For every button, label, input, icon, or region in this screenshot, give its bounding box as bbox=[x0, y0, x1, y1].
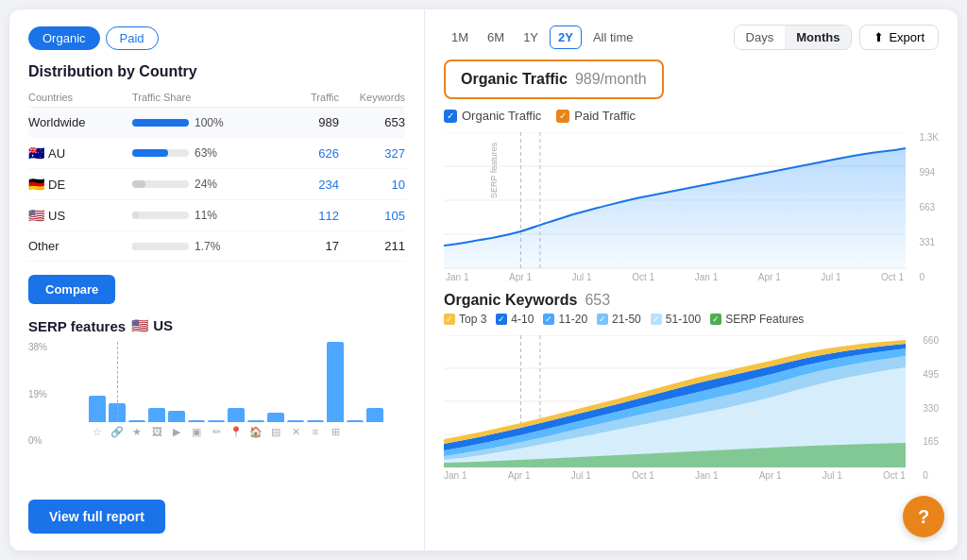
distribution-title: Distribution by Country bbox=[28, 63, 405, 80]
tab-1m[interactable]: 1M bbox=[444, 26, 476, 48]
tab-alltime[interactable]: All time bbox=[585, 26, 641, 48]
serp-bar bbox=[247, 420, 264, 422]
table-row: Other 1.7% 17 211 bbox=[28, 231, 405, 262]
organic-traffic-chart-wrap: 1.3K 994 663 331 0 bbox=[444, 132, 939, 282]
legend-51-100: ✓ 51-100 bbox=[651, 313, 701, 326]
table-row: 🇺🇸US 11% 112 105 bbox=[28, 200, 405, 231]
country-name: Other bbox=[28, 239, 132, 253]
organic-keywords-section: Organic Keywords 653 ✓ Top 3 ✓ 4-10 ✓ 11… bbox=[444, 292, 939, 326]
serp-features-section: SERP features 🇺🇸 US 38% 19% 0% bbox=[28, 317, 405, 446]
serp-bar bbox=[228, 408, 245, 422]
days-button[interactable]: Days bbox=[735, 25, 786, 49]
help-button[interactable]: ? bbox=[903, 496, 944, 537]
legend-serp-features: ✓ SERP Features bbox=[710, 313, 804, 326]
organic-check: ✓ bbox=[444, 110, 457, 123]
compare-btn-wrap: Compare bbox=[28, 275, 405, 304]
country-name: Worldwide bbox=[28, 115, 132, 129]
table-row: Worldwide 100% 989 653 bbox=[28, 108, 405, 138]
serp-title: SERP features 🇺🇸 US bbox=[28, 317, 405, 334]
serp-bar bbox=[327, 342, 344, 422]
traffic-bar: 1.7% bbox=[132, 240, 273, 253]
traffic-bar: 63% bbox=[132, 146, 273, 160]
organic-toggle-btn[interactable]: Organic bbox=[28, 26, 100, 50]
tab-1y[interactable]: 1Y bbox=[516, 26, 546, 48]
country-name: 🇩🇪DE bbox=[28, 177, 132, 192]
serp-bar bbox=[208, 420, 225, 422]
organic-traffic-svg: SERP features bbox=[444, 132, 906, 269]
organic-keywords-legend: ✓ Top 3 ✓ 4-10 ✓ 11-20 ✓ 21-50 ✓ 51-10 bbox=[444, 313, 939, 326]
serp-bars bbox=[89, 342, 405, 422]
traffic-bar: 100% bbox=[132, 116, 273, 129]
organic-keywords-header: Organic Keywords 653 bbox=[444, 292, 939, 309]
tab-2y[interactable]: 2Y bbox=[550, 25, 582, 49]
tab-6m[interactable]: 6M bbox=[480, 26, 512, 48]
day-month-toggle: Days Months bbox=[734, 25, 853, 50]
left-panel: Organic Paid Distribution by Country Cou… bbox=[9, 9, 425, 551]
country-name: 🇦🇺AU bbox=[28, 145, 132, 161]
serp-bar bbox=[267, 413, 284, 422]
traffic-bar: 11% bbox=[132, 209, 273, 222]
kw-chart-wrap: 660 495 330 165 0 bbox=[444, 335, 939, 481]
legend-top3: ✓ Top 3 bbox=[444, 313, 486, 326]
legend-organic: ✓ Organic Traffic bbox=[444, 109, 541, 123]
right-controls: Days Months ⬆ Export bbox=[734, 25, 939, 50]
serp-bar bbox=[188, 420, 205, 422]
time-tabs: 1M 6M 1Y 2Y All time bbox=[444, 25, 641, 49]
svg-text:SERP features: SERP features bbox=[489, 142, 499, 198]
organic-traffic-chart: SERP features Jan 1 Apr 1 Jul 1 Oct 1 Ja… bbox=[444, 132, 906, 282]
chart-x-labels: Jan 1 Apr 1 Jul 1 Oct 1 Jan 1 Apr 1 Jul … bbox=[444, 272, 906, 282]
time-controls: 1M 6M 1Y 2Y All time Days Months ⬆ Expor… bbox=[444, 25, 939, 50]
country-name: 🇺🇸US bbox=[28, 208, 132, 223]
organic-traffic-value: 989/month bbox=[575, 71, 647, 88]
serp-bar bbox=[287, 420, 304, 422]
paid-check: ✓ bbox=[556, 110, 569, 123]
table-row: 🇩🇪DE 24% 234 10 bbox=[28, 169, 405, 200]
legend-11-20: ✓ 11-20 bbox=[543, 313, 587, 326]
traffic-bar: 24% bbox=[132, 178, 273, 191]
serp-bar bbox=[168, 411, 185, 422]
legend-paid: ✓ Paid Traffic bbox=[556, 109, 636, 123]
kw-x-labels: Jan 1 Apr 1 Jul 1 Oct 1 Jan 1 Apr 1 Jul … bbox=[444, 470, 906, 481]
compare-button[interactable]: Compare bbox=[28, 275, 115, 304]
serp-bar bbox=[128, 420, 145, 422]
legend-4-10: ✓ 4-10 bbox=[496, 313, 534, 326]
kw-chart-inner: Jan 1 Apr 1 Jul 1 Oct 1 Jan 1 Apr 1 Jul … bbox=[444, 335, 906, 481]
traffic-legend: ✓ Organic Traffic ✓ Paid Traffic bbox=[444, 109, 939, 123]
table-row: 🇦🇺AU 63% 626 327 bbox=[28, 138, 405, 169]
export-button[interactable]: ⬆ Export bbox=[859, 25, 939, 50]
organic-paid-toggle: Organic Paid bbox=[28, 26, 405, 50]
organic-traffic-title: Organic Traffic bbox=[461, 71, 568, 88]
kw-y-labels: 660 495 330 165 0 bbox=[923, 335, 939, 481]
right-panel: 1M 6M 1Y 2Y All time Days Months ⬆ Expor… bbox=[425, 9, 958, 551]
serp-bar bbox=[148, 408, 165, 422]
serp-bar bbox=[307, 420, 324, 422]
upload-icon: ⬆ bbox=[874, 30, 884, 44]
legend-21-50: ✓ 21-50 bbox=[597, 313, 641, 326]
serp-bar bbox=[347, 420, 364, 422]
table-header: Countries Traffic Share Traffic Keywords bbox=[28, 88, 405, 108]
kw-chart-svg bbox=[444, 335, 906, 467]
view-full-report-button[interactable]: View full report bbox=[28, 500, 165, 534]
organic-keywords-title: Organic Keywords bbox=[444, 292, 577, 309]
paid-toggle-btn[interactable]: Paid bbox=[106, 26, 159, 50]
chart-y-labels: 1.3K 994 663 331 0 bbox=[919, 132, 939, 282]
distribution-section: Distribution by Country Countries Traffi… bbox=[28, 63, 405, 262]
serp-bar bbox=[89, 396, 106, 422]
serp-icons: ☆ 🔗 ★ 🖼 ▶ ▣ ✏ 📍 🏠 ▤ ✕ ≡ ⊞ bbox=[89, 426, 405, 438]
organic-keywords-count: 653 bbox=[585, 292, 610, 309]
main-card: Organic Paid Distribution by Country Cou… bbox=[9, 9, 958, 551]
serp-bar bbox=[366, 408, 383, 422]
serp-chart: 38% 19% 0% bbox=[28, 342, 405, 446]
organic-traffic-header: Organic Traffic 989/month bbox=[444, 59, 664, 99]
months-button[interactable]: Months bbox=[785, 25, 851, 49]
